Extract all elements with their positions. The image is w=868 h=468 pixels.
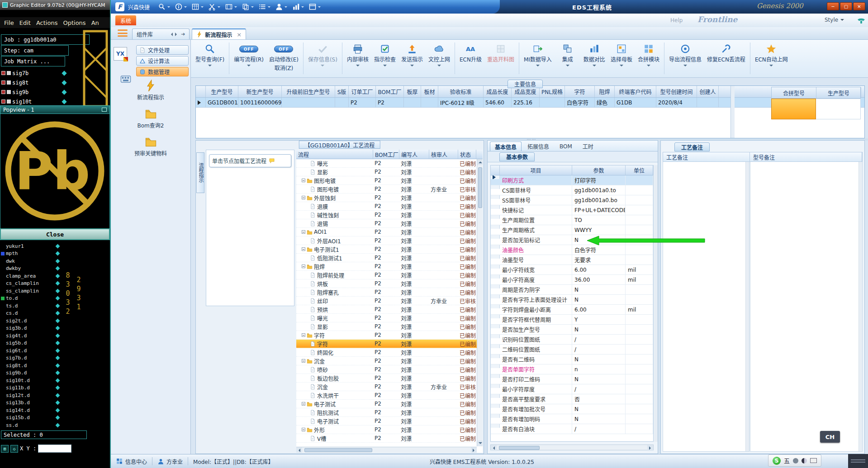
column-升级前旧生产型号[interactable]: 升级前旧生产型号 [282, 86, 335, 97]
column-参数[interactable]: 参数 [572, 165, 626, 175]
ribbon-button-指示检查[interactable]: 指示检查 [372, 43, 398, 69]
layer-row-ts.d[interactable]: ts.d [0, 302, 62, 310]
step-field[interactable]: Step: cam [1, 45, 69, 56]
style-dropdown[interactable]: Style [825, 17, 844, 23]
layer-diamond-icon[interactable] [56, 423, 60, 427]
layer-row-sig6t.d[interactable]: sig6t.d [0, 347, 62, 355]
dropdown-caret-icon[interactable] [536, 65, 540, 68]
ribbon-button-编写流程(R)[interactable]: OFF编写流程(R) [232, 43, 266, 69]
layer-diamond-icon[interactable] [56, 311, 60, 316]
param-row-印刷方式[interactable]: 印刷方式打印字符 [491, 175, 653, 185]
layer-row-ss.d[interactable]: ss.d [0, 421, 62, 429]
column-状态[interactable]: 状态 [458, 150, 476, 159]
flow-row-字符[interactable]: 字符P2刘漂已编制 [296, 331, 483, 340]
ribbon-button-重选开料图[interactable]: 重选开料图 [485, 43, 517, 69]
cell[interactable] [404, 98, 421, 107]
dropdown-caret-icon[interactable] [208, 65, 212, 68]
flow-row-烘板[interactable]: 烘板P2刘漂已编制 [296, 279, 483, 288]
ribbon-button-内部审核[interactable]: 内部审核 [345, 43, 371, 69]
cell[interactable] [335, 98, 349, 107]
dropdown-caret-icon[interactable] [301, 6, 304, 9]
param-row-是否单面字符[interactable]: 是否单面字符n [491, 364, 653, 374]
column-板厚[interactable]: 板厚 [404, 86, 421, 97]
layer-diamond-icon[interactable] [56, 281, 60, 286]
main-info-row[interactable]: GG1DB001A010011600006928P2P2IPC-6012 Ⅱ级5… [196, 98, 864, 108]
menu-File[interactable]: File [4, 19, 14, 26]
flow-row-AOI1[interactable]: AOI1P2刘漂已编制 [296, 228, 483, 236]
dropdown-caret-icon[interactable] [356, 65, 360, 68]
cell[interactable] [421, 98, 438, 107]
column-验收标准[interactable]: 验收标准 [438, 86, 484, 97]
remark-scrollbar[interactable] [745, 162, 749, 451]
window-button[interactable] [306, 1, 323, 12]
param-row-周期是否为阴字[interactable]: 周期是否为阴字N [491, 285, 653, 295]
cell[interactable]: G1DB [615, 98, 656, 107]
flow-row-外形[interactable]: 外形P2刘漂已编制 [296, 425, 483, 434]
column-字符[interactable]: 字符 [565, 86, 595, 97]
merge-model-cell[interactable] [771, 99, 816, 119]
layer-diamond-icon[interactable] [56, 288, 60, 293]
dropdown-caret-icon[interactable] [285, 6, 287, 9]
dropdown-caret-icon[interactable] [251, 6, 254, 9]
tab-基本信息[interactable]: 基本信息 [490, 142, 522, 151]
cell[interactable]: P2 [376, 98, 404, 107]
param-row-是否有白油块[interactable]: 是否有白油块/ [491, 424, 653, 434]
flow-vertical-tab[interactable]: 流程指示 [196, 152, 204, 193]
column-BOM工厂[interactable]: BOM工厂 [373, 150, 399, 159]
dropdown-caret-icon[interactable] [318, 6, 321, 9]
flow-row-沉金[interactable]: 沉金P2刘漂已编制 [296, 357, 483, 365]
user-button[interactable] [273, 1, 289, 12]
minimize-button[interactable]: ─ [827, 2, 839, 10]
column-PNL规格[interactable]: PNL规格 [540, 86, 565, 97]
flow-row-喷砂[interactable]: 喷砂P2刘漂已编制 [296, 365, 483, 374]
dropdown-caret-icon[interactable] [593, 65, 596, 68]
layer-diamond-icon[interactable] [62, 99, 66, 104]
column-S版[interactable]: S版 [335, 86, 349, 97]
system-badge[interactable]: 系统 [115, 15, 136, 25]
column-核审人[interactable]: 核审人 [429, 150, 458, 159]
cell[interactable]: 10011600006928 [238, 98, 282, 107]
shortcut-预审关键物料[interactable]: 预审关键物料 [111, 136, 190, 157]
layer-row-ss_clamplin[interactable]: ss_clamplin [0, 287, 62, 295]
job-field[interactable]: Job : gg1db001a0 [1, 34, 90, 45]
layer-diamond-icon[interactable] [56, 318, 60, 323]
flow-row-图形电镀[interactable]: 图形电镀P2刘漂已编制 [296, 176, 483, 185]
ribbon-button-保存信息(S)[interactable]: 保存信息(S) [306, 43, 340, 69]
dropdown-caret-icon[interactable] [410, 65, 414, 68]
param-row-油墨颜色[interactable]: 油墨颜色白色字符 [491, 245, 653, 255]
layer-row-clamp_area[interactable]: clamp_area [0, 272, 62, 280]
maximize-button[interactable]: ▢ [840, 2, 852, 10]
flow-row-沉金[interactable]: 沉金P2刘漂方幸业已审核 [296, 383, 483, 391]
param-row-最小字符厚度[interactable]: 最小字符厚度/ [491, 384, 653, 394]
param-row-是否字符框代替周期[interactable]: 是否字符框代替周期Y [491, 315, 653, 325]
popview-window-icon[interactable] [102, 108, 107, 112]
flow-row-终固化[interactable]: 终固化P2刘漂已编制 [296, 348, 483, 357]
layer-row-sig3b.d[interactable]: sig3b.d [0, 325, 62, 332]
layer-diamond-icon[interactable] [56, 401, 60, 405]
ribbon-button-型号查询(F)[interactable]: 型号查询(F) [193, 43, 227, 69]
flow-row-电子测试1[interactable]: 电子测试1P2刘漂已编制 [296, 245, 483, 254]
param-row-二维码位置图纸[interactable]: 二维码位置图纸/ [491, 345, 653, 355]
tab-prev-icon[interactable] [169, 33, 173, 36]
help-menu[interactable]: Help [670, 17, 683, 24]
column-流程[interactable]: 流程 [296, 150, 373, 159]
param-hscrollbar[interactable] [490, 444, 654, 450]
flow-row-退膜[interactable]: 退膜P2刘漂已编制 [296, 202, 483, 211]
param-row-是否加生产型号[interactable]: 是否加生产型号N [491, 325, 653, 335]
layer-row-cs.d[interactable]: cs.d [0, 310, 62, 317]
cell[interactable]: P2 [349, 98, 376, 107]
param-row-油墨型号[interactable]: 油墨型号无要求 [491, 255, 653, 265]
param-row-最小字符高度[interactable]: 最小字符高度36.00mil [491, 275, 653, 285]
ribbon-button-选择母板[interactable]: 选择母板 [608, 43, 635, 69]
param-row-是否打印二维码[interactable]: 是否打印二维码N [491, 374, 653, 384]
phone-icon[interactable] [856, 15, 866, 25]
job-matrix-button[interactable]: Job Matrix ... [1, 56, 65, 66]
column-合拼型号[interactable]: 合拼型号 [772, 87, 816, 98]
ribbon-button-集成[interactable]: 集成 [555, 43, 580, 69]
tab-工时[interactable]: 工时 [578, 142, 598, 151]
flow-row-图形电镀[interactable]: 图形电镀P2刘漂方幸业已审核 [296, 185, 483, 194]
layer-row-sig8t.d[interactable]: sig8t.d [0, 362, 62, 369]
shortcut-Bom查询2[interactable]: Bom查询2 [111, 108, 190, 129]
collapse-icon[interactable] [302, 196, 305, 199]
layer-diamond-icon[interactable] [56, 266, 60, 271]
